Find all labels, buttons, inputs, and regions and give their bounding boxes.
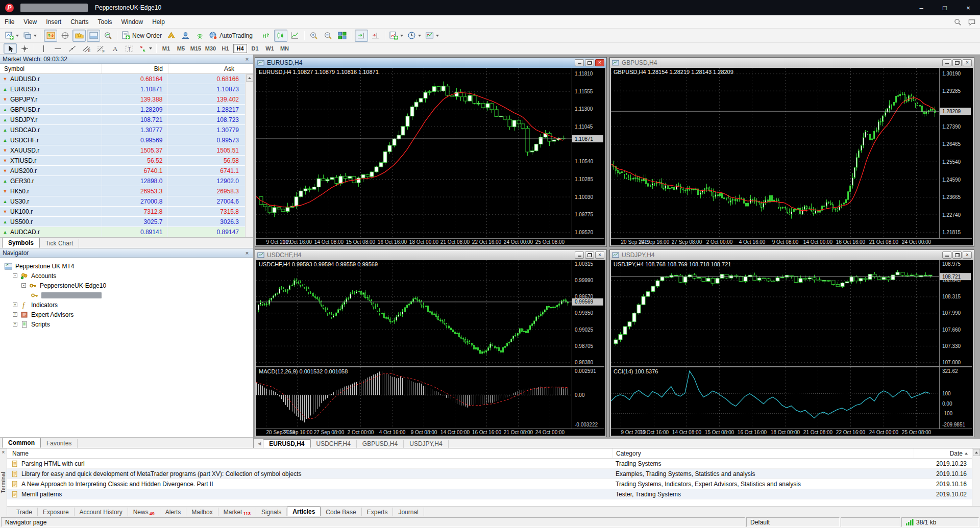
vline-button[interactable] xyxy=(37,43,50,54)
article-name[interactable]: Merrill patterns xyxy=(21,491,62,498)
column-category[interactable]: Category xyxy=(612,448,914,458)
terminal-tab-news[interactable]: News49 xyxy=(128,508,160,516)
article-name[interactable]: Parsing HTML with curl xyxy=(21,460,85,467)
new-chart-button[interactable] xyxy=(4,30,20,42)
bar-chart-button[interactable] xyxy=(260,30,273,42)
minimize-window-button[interactable]: – xyxy=(910,0,933,15)
market-watch-row-EURUSD-r[interactable]: ▲EURUSD.r1.108711.10873 xyxy=(0,84,245,94)
arrows-button[interactable] xyxy=(137,43,154,54)
chart-titlebar[interactable]: EURUSD,H4× xyxy=(255,58,606,68)
collapse-icon[interactable]: - xyxy=(13,273,17,278)
chevron-down-icon[interactable] xyxy=(418,35,421,37)
article-row[interactable]: Merrill patternsTester, Trading Systems2… xyxy=(7,489,972,499)
signals-button[interactable] xyxy=(193,30,206,42)
tab-favorites[interactable]: Favorites xyxy=(41,439,78,448)
terminal-button[interactable] xyxy=(87,30,100,42)
close-chart-button[interactable]: × xyxy=(963,252,972,259)
close-icon[interactable]: × xyxy=(243,250,251,256)
autoscroll-button[interactable] xyxy=(355,30,368,42)
scroll-up-icon[interactable] xyxy=(246,74,253,82)
chart-tab-gbpusd-h4[interactable]: GBPUSD,H4 xyxy=(357,440,404,448)
minimize-chart-button[interactable] xyxy=(575,252,584,259)
restore-chart-button[interactable] xyxy=(585,59,594,66)
close-chart-button[interactable]: × xyxy=(595,252,604,259)
menu-help[interactable]: Help xyxy=(148,15,169,28)
minimize-chart-button[interactable] xyxy=(575,59,584,66)
terminal-tab-trade[interactable]: Trade xyxy=(11,508,38,516)
hline-button[interactable] xyxy=(51,43,64,54)
autotrading-button[interactable]: AutoTrading xyxy=(207,30,254,42)
templates-button[interactable] xyxy=(424,30,440,42)
market-watch-row-UK100-r[interactable]: ▼UK100.r7312.87315.8 xyxy=(0,207,245,217)
market-watch-row-XTIUSD-r[interactable]: ▼XTIUSD.r56.5256.58 xyxy=(0,156,245,166)
chart-tab-eurusd-h4[interactable]: EURUSD,H4 xyxy=(263,439,310,448)
chevron-down-icon[interactable] xyxy=(16,35,19,37)
market-watch-header[interactable]: Market Watch: 09:03:32 × xyxy=(0,55,253,64)
column-bid[interactable]: Bid xyxy=(102,64,168,73)
tab-scroll-left-icon[interactable]: ◀ xyxy=(258,441,261,446)
menu-insert[interactable]: Insert xyxy=(41,15,66,28)
chart-canvas-usdjpy[interactable]: 108.975108.645108.315107.990107.660107.3… xyxy=(611,260,973,436)
tree-item-account-login[interactable] xyxy=(0,290,253,300)
column-name[interactable]: Name xyxy=(7,450,612,457)
expand-icon[interactable]: + xyxy=(13,322,17,326)
navigator-button[interactable] xyxy=(72,30,86,42)
chevron-down-icon[interactable] xyxy=(34,35,37,37)
market-watch-row-AUDUSD-r[interactable]: ▼AUDUSD.r0.681640.68166 xyxy=(0,74,245,84)
tree-item-pepperstone-uk-mt4[interactable]: Pepperstone UK MT4 xyxy=(0,261,253,271)
chart-titlebar[interactable]: GBPUSD,H4× xyxy=(610,58,974,68)
chevron-down-icon[interactable] xyxy=(400,35,403,37)
close-icon[interactable]: × xyxy=(243,56,251,62)
candlestick-button[interactable] xyxy=(274,30,287,42)
column-date[interactable]: Date xyxy=(914,448,972,458)
crosshair-button[interactable] xyxy=(18,43,31,54)
chart-canvas-eurusd[interactable]: 1.118101.115551.113001.110451.105401.102… xyxy=(256,68,605,245)
tree-item-indicators[interactable]: +fIndicators xyxy=(0,300,253,310)
chart-shift-button[interactable] xyxy=(369,30,382,42)
column-symbol[interactable]: Symbol xyxy=(0,64,102,73)
chart-tab-usdchf-h4[interactable]: USDCHF,H4 xyxy=(311,440,357,448)
timeframe-h1-button[interactable]: H1 xyxy=(218,44,232,53)
terminal-tab-market[interactable]: Market113 xyxy=(218,508,256,516)
menu-tools[interactable]: Tools xyxy=(93,15,117,28)
article-row[interactable]: Library for easy and quick development o… xyxy=(7,469,972,479)
market-watch-row-GBPUSD-r[interactable]: ▲GBPUSD.r1.282091.28217 xyxy=(0,105,245,115)
line-chart-button[interactable] xyxy=(288,30,302,42)
zoom-out-button[interactable] xyxy=(322,30,335,42)
menu-window[interactable]: Window xyxy=(117,15,148,28)
tree-item-expert-advisors[interactable]: +Expert Advisors xyxy=(0,310,253,319)
chart-tab-usdjpy-h4[interactable]: USDJPY,H4 xyxy=(404,440,448,448)
chevron-down-icon[interactable] xyxy=(149,47,152,49)
chart-titlebar[interactable]: USDCHF,H4× xyxy=(255,250,606,260)
collapse-icon[interactable]: - xyxy=(21,283,26,288)
terminal-tab-articles[interactable]: Articles xyxy=(287,507,321,516)
market-watch-scrollbar[interactable] xyxy=(245,74,253,237)
terminal-tab-alerts[interactable]: Alerts xyxy=(160,508,187,516)
status-profile[interactable]: Default xyxy=(746,517,840,527)
channel-button[interactable]: E xyxy=(80,43,93,54)
strategy-tester-button[interactable] xyxy=(101,30,114,42)
new-order-button[interactable]: New Order xyxy=(120,30,163,42)
tile-windows-button[interactable] xyxy=(336,30,349,42)
scroll-up-icon[interactable] xyxy=(973,449,980,456)
community-button[interactable] xyxy=(179,30,192,42)
market-watch-row-GBPJPY-r[interactable]: ▼GBPJPY.r139.388139.402 xyxy=(0,94,245,105)
search-icon[interactable] xyxy=(954,18,962,26)
restore-chart-button[interactable] xyxy=(952,252,962,259)
close-window-button[interactable]: × xyxy=(957,0,980,15)
expand-icon[interactable]: + xyxy=(13,312,17,317)
minimize-chart-button[interactable] xyxy=(942,252,951,259)
menu-view[interactable]: View xyxy=(19,15,41,28)
periods-button[interactable] xyxy=(406,30,423,42)
chat-icon[interactable] xyxy=(968,18,976,26)
minimize-chart-button[interactable] xyxy=(942,59,951,66)
market-watch-button[interactable] xyxy=(44,30,57,42)
timeframe-m5-button[interactable]: M5 xyxy=(174,44,188,53)
close-chart-button[interactable]: × xyxy=(595,59,604,66)
terminal-tab-account-history[interactable]: Account History xyxy=(75,508,128,516)
menu-charts[interactable]: Charts xyxy=(66,15,93,28)
chart-canvas-gbpusd[interactable]: 1.301901.292851.273901.264651.255401.245… xyxy=(611,68,973,245)
terminal-tab-experts[interactable]: Experts xyxy=(362,508,394,516)
tab-common[interactable]: Common xyxy=(2,438,41,448)
market-watch-row-HK50-r[interactable]: ▼HK50.r26953.326958.3 xyxy=(0,186,245,196)
